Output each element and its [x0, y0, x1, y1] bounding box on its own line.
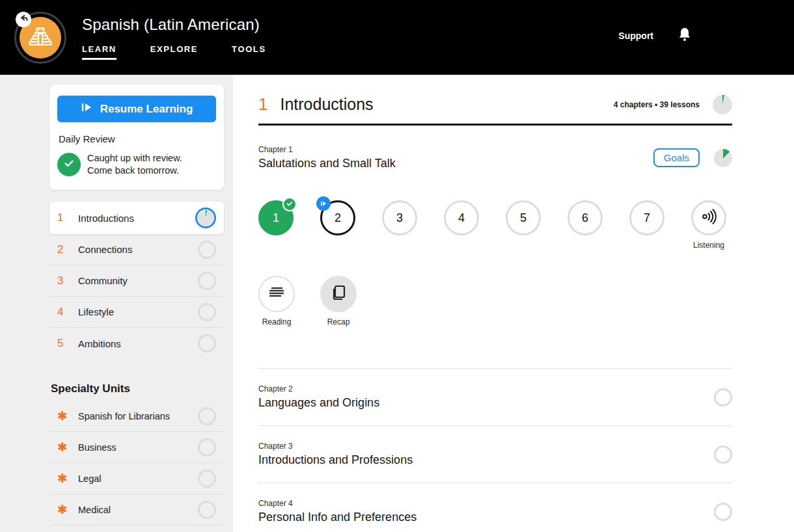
chapter-title: Salutations and Small Talk [258, 157, 396, 170]
lesson-5-button[interactable]: 5 [506, 200, 541, 235]
unit-progress-ring [198, 334, 216, 352]
lesson-7: 7 [629, 200, 664, 235]
app-window: Spanish (Latin American) LEARN EXPLORE T… [0, 0, 794, 532]
play-icon [81, 101, 92, 116]
unit-header: 1 Introductions 4 chapters • 39 lessons [258, 94, 732, 114]
unit-progress-pie [198, 210, 213, 226]
chapter-progress-ring [714, 446, 732, 464]
unit-label: Ambitions [78, 338, 121, 349]
sidebar-item-community[interactable]: 3 Community [49, 265, 224, 297]
sidebar-item-connections[interactable]: 2 Connections [49, 234, 224, 265]
listening-label: Listening [691, 241, 726, 250]
sidebar-item-medical[interactable]: ✱ Medical [49, 494, 224, 525]
support-link[interactable]: Support [618, 31, 653, 41]
specialty-units-heading: Specialty Units [51, 382, 224, 395]
unit-label: Lifestyle [78, 306, 114, 317]
checkmark-icon [63, 157, 75, 172]
chapter-eyebrow: Chapter 2 [258, 384, 379, 393]
nav-tab-explore[interactable]: EXPLORE [150, 44, 198, 60]
lesson-6-button[interactable]: 6 [568, 200, 603, 235]
sidebar-item-spanish-for-librarians[interactable]: ✱ Spanish for Librarians [49, 401, 224, 432]
unit-number: 2 [57, 243, 78, 256]
unit-progress-ring [198, 303, 216, 321]
unit-label: Community [78, 275, 128, 286]
specialty-unit-list: ✱ Spanish for Librarians ✱ Business ✱ Le… [49, 401, 224, 532]
unit-progress-ring [198, 407, 216, 425]
reading-button[interactable] [258, 276, 295, 312]
current-play-badge [316, 196, 331, 211]
listening-activity: Listening [691, 200, 726, 250]
mayan-pyramid-icon [26, 22, 55, 53]
daily-review-title: Daily Review [59, 133, 216, 144]
chapter-3-row[interactable]: Chapter 3 Introductions and Professions [258, 425, 732, 483]
chapter-title: Introductions and Professions [258, 453, 413, 467]
chapter-eyebrow: Chapter 3 [258, 442, 413, 451]
goals-button[interactable]: Goals [653, 148, 700, 167]
lesson-3: 3 [382, 200, 417, 235]
top-header: Spanish (Latin American) LEARN EXPLORE T… [0, 0, 794, 75]
specialty-label: Business [78, 442, 116, 453]
unit-progress-ring [198, 272, 216, 290]
lesson-1: 1 [258, 200, 294, 235]
activities-row: Reading Recap [258, 276, 732, 326]
unit-meta: 4 chapters • 39 lessons [614, 100, 700, 109]
notifications-button[interactable] [678, 27, 692, 45]
chapter-2-row[interactable]: Chapter 2 Languages and Origins [258, 368, 732, 425]
nav-tab-learn[interactable]: LEARN [82, 44, 116, 60]
chapter-eyebrow: Chapter 4 [258, 499, 417, 508]
sidebar: Resume Learning Daily Review Caught up w… [0, 75, 233, 532]
lesson-4: 4 [444, 200, 479, 235]
lesson-row: 1 2 [258, 200, 732, 250]
asterisk-icon: ✱ [57, 472, 78, 485]
unit-progress-ring [195, 207, 216, 228]
chapter-list: Chapter 2 Languages and Origins Chapter … [258, 368, 732, 532]
unit-label: Introductions [78, 213, 134, 224]
chapter-title: Languages and Origins [258, 396, 379, 410]
chapter-progress-ring [714, 388, 732, 406]
chapter-progress-ring [714, 503, 732, 521]
review-complete-badge [57, 153, 81, 176]
checkmark-icon [286, 198, 294, 210]
nav-tab-tools[interactable]: TOOLS [232, 44, 266, 60]
chapter-4-row[interactable]: Chapter 4 Personal Info and Preferences [258, 483, 732, 532]
daily-review-line2: Come back tomorrow. [87, 165, 182, 177]
lesson-4-button[interactable]: 4 [444, 200, 479, 235]
listening-button[interactable] [691, 200, 726, 235]
specialty-label: Spanish for Librarians [78, 411, 170, 421]
unit-divider [258, 124, 732, 126]
unit-label: Connections [78, 244, 132, 255]
unit-number: 1 [258, 94, 267, 114]
daily-review-message: Caught up with review. Come back tomorro… [87, 152, 182, 177]
sidebar-item-lifestyle[interactable]: 4 Lifestyle [49, 297, 224, 328]
specialty-label: Legal [78, 473, 101, 484]
recap-button[interactable] [320, 276, 357, 312]
sidebar-item-legal[interactable]: ✱ Legal [49, 463, 224, 494]
lesson-3-button[interactable]: 3 [382, 200, 417, 235]
recap-label: Recap [320, 317, 357, 326]
asterisk-icon: ✱ [57, 441, 78, 453]
unit-progress-ring [198, 501, 216, 519]
asterisk-icon: ✱ [57, 410, 78, 422]
course-logo[interactable] [14, 12, 66, 64]
unit-progress-ring [198, 241, 216, 259]
resume-learning-button[interactable]: Resume Learning [57, 96, 216, 122]
chapter-title: Personal Info and Preferences [258, 511, 417, 524]
reading-icon [267, 284, 286, 304]
back-arrow-badge[interactable] [16, 12, 31, 27]
unit-number: 3 [57, 274, 78, 287]
unit-number: 1 [57, 211, 78, 224]
sidebar-item-business[interactable]: ✱ Business [49, 432, 224, 463]
back-arrow-icon [19, 14, 28, 25]
reading-activity: Reading [258, 276, 295, 326]
lesson-7-button[interactable]: 7 [629, 200, 664, 235]
resume-learning-label: Resume Learning [100, 103, 193, 116]
sidebar-item-introductions[interactable]: 1 Introductions [49, 202, 224, 234]
sidebar-item-text-talk[interactable]: ✱ Text Talk [49, 525, 224, 532]
unit-progress-ring [198, 470, 216, 488]
listening-icon [700, 207, 718, 229]
lesson-6: 6 [568, 200, 603, 235]
chapter-1-header: Chapter 1 Salutations and Small Talk Goa… [258, 145, 732, 170]
recap-icon [329, 284, 348, 304]
chapter-progress-pie [714, 149, 732, 167]
sidebar-item-ambitions[interactable]: 5 Ambitions [49, 328, 224, 359]
